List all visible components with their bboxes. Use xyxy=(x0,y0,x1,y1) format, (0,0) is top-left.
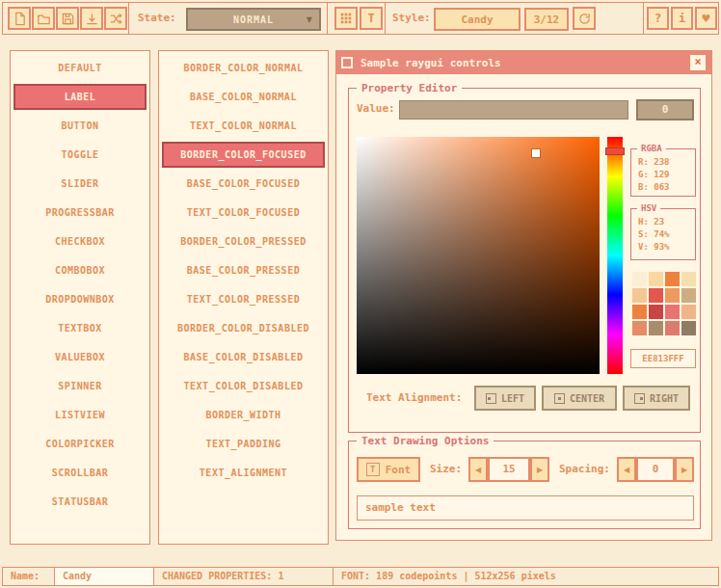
palette-swatch[interactable] xyxy=(665,288,680,303)
style-table-button[interactable] xyxy=(334,7,358,30)
control-item[interactable]: LISTVIEW xyxy=(13,402,147,428)
new-file-button[interactable] xyxy=(8,7,31,30)
property-item[interactable]: TEXT_PADDING xyxy=(162,431,325,457)
style-name-box[interactable]: Candy xyxy=(434,8,521,31)
property-item[interactable]: BASE_COLOR_DISABLED xyxy=(162,344,325,370)
control-item[interactable]: TOGGLE xyxy=(13,142,147,168)
style-counter-button[interactable]: 3/12 xyxy=(524,8,569,31)
palette-swatch[interactable] xyxy=(649,321,663,335)
reload-icon xyxy=(577,12,592,26)
hue-slider-handle[interactable] xyxy=(605,147,625,155)
align-left-button[interactable]: LEFT xyxy=(474,386,536,411)
spacing-increase-button[interactable]: ▶ xyxy=(675,457,694,482)
property-item[interactable]: TEXT_ALIGNMENT xyxy=(162,460,325,486)
control-item[interactable]: SPINNER xyxy=(13,373,147,399)
property-item[interactable]: BORDER_COLOR_PRESSED xyxy=(162,228,325,254)
sample-controls-window: Sample raygui controls × Property Editor… xyxy=(335,50,712,541)
control-item[interactable]: SLIDER xyxy=(13,171,147,197)
help-button[interactable]: ? xyxy=(647,7,669,30)
palette-swatch[interactable] xyxy=(632,321,647,335)
close-button[interactable]: × xyxy=(689,54,707,71)
palette-swatch[interactable] xyxy=(665,321,680,335)
load-file-button[interactable] xyxy=(32,7,55,30)
color-picker-panel[interactable] xyxy=(357,137,600,374)
property-item-selected[interactable]: BORDER_COLOR_FOCUSED xyxy=(162,142,325,168)
property-item[interactable]: BORDER_WIDTH xyxy=(162,402,325,428)
font-t-icon: T xyxy=(366,463,380,476)
value-slider[interactable] xyxy=(399,100,628,120)
control-item-selected[interactable]: LABEL xyxy=(13,84,147,110)
state-label: State: xyxy=(138,3,176,34)
control-item[interactable]: SCROLLBAR xyxy=(13,460,147,486)
control-item[interactable]: STATUSBAR xyxy=(13,489,147,515)
color-picker-cursor[interactable] xyxy=(532,149,540,157)
palette-swatch[interactable] xyxy=(632,288,647,303)
align-center-button[interactable]: CENTER xyxy=(542,386,617,411)
spacing-decrease-button[interactable]: ◀ xyxy=(617,457,636,482)
palette-swatch[interactable] xyxy=(649,305,663,319)
font-button[interactable]: T Font xyxy=(357,457,420,482)
question-icon: ? xyxy=(654,12,661,25)
palette-swatch[interactable] xyxy=(665,305,680,319)
palette-swatch[interactable] xyxy=(665,272,680,286)
window-icon xyxy=(341,57,353,68)
info-button[interactable]: i xyxy=(671,7,693,30)
align-right-button[interactable]: RIGHT xyxy=(623,386,690,411)
toolbar-divider xyxy=(643,3,644,34)
align-right-icon xyxy=(634,393,645,404)
control-item[interactable]: DEFAULT xyxy=(13,55,147,81)
palette-swatch[interactable] xyxy=(632,272,647,286)
control-item[interactable]: BUTTON xyxy=(13,113,147,139)
save-file-button[interactable] xyxy=(56,7,79,30)
hsv-hue-value: H: 23 xyxy=(638,216,695,228)
window-titlebar[interactable]: Sample raygui controls × xyxy=(336,51,711,74)
heart-icon: ♥ xyxy=(702,13,711,25)
property-item[interactable]: BASE_COLOR_PRESSED xyxy=(162,257,325,283)
spacing-value-box[interactable]: 0 xyxy=(636,457,675,482)
palette-swatch[interactable] xyxy=(681,321,696,335)
control-item[interactable]: COMBOBOX xyxy=(13,257,147,283)
control-item[interactable]: PROGRESSBAR xyxy=(13,200,147,226)
right-arrow-icon: ▶ xyxy=(681,466,687,474)
font-window-button[interactable]: T xyxy=(360,7,383,30)
statusbar-name-label: Name: xyxy=(2,567,55,586)
control-item[interactable]: COLORPICKER xyxy=(13,431,147,457)
property-item[interactable]: TEXT_COLOR_DISABLED xyxy=(162,373,325,399)
align-center-icon xyxy=(554,393,565,404)
control-item[interactable]: DROPDOWNBOX xyxy=(13,286,147,312)
property-item[interactable]: BASE_COLOR_NORMAL xyxy=(162,84,325,110)
palette-swatch[interactable] xyxy=(681,305,696,319)
palette-swatch[interactable] xyxy=(681,272,696,286)
state-dropdown[interactable]: NORMAL ▼ xyxy=(186,8,321,31)
info-icon: i xyxy=(679,12,685,25)
style-name-text: Candy xyxy=(63,571,92,581)
sponsor-button[interactable]: ♥ xyxy=(695,7,717,30)
property-item[interactable]: TEXT_COLOR_FOCUSED xyxy=(162,200,325,226)
reload-style-button[interactable] xyxy=(573,7,596,30)
hex-color-input[interactable]: EE813FFF xyxy=(630,349,696,368)
control-item[interactable]: TEXTBOX xyxy=(13,315,147,341)
property-item[interactable]: BORDER_COLOR_DISABLED xyxy=(162,315,325,341)
value-box[interactable]: 0 xyxy=(636,99,694,120)
size-increase-button[interactable]: ▶ xyxy=(530,457,549,482)
align-left-icon xyxy=(486,393,496,404)
hue-bar[interactable] xyxy=(607,137,623,374)
control-item[interactable]: VALUEBOX xyxy=(13,344,147,370)
palette-swatch[interactable] xyxy=(649,288,663,303)
random-style-button[interactable] xyxy=(104,7,127,30)
export-file-button[interactable] xyxy=(80,7,103,30)
control-item[interactable]: CHECKBOX xyxy=(13,228,147,254)
palette-swatch[interactable] xyxy=(649,272,663,286)
export-arrow-icon xyxy=(85,12,99,26)
property-item[interactable]: TEXT_COLOR_PRESSED xyxy=(162,286,325,312)
sample-text-input[interactable]: sample text xyxy=(357,495,694,521)
property-item[interactable]: BASE_COLOR_FOCUSED xyxy=(162,171,325,197)
palette-swatch[interactable] xyxy=(632,305,647,319)
palette-swatch[interactable] xyxy=(681,288,696,303)
size-decrease-button[interactable]: ◀ xyxy=(468,457,488,482)
text-t-icon: T xyxy=(367,12,374,25)
size-value-box[interactable]: 15 xyxy=(488,457,530,482)
style-name-input[interactable]: Candy xyxy=(54,567,154,586)
property-item[interactable]: BORDER_COLOR_NORMAL xyxy=(162,55,325,81)
property-item[interactable]: TEXT_COLOR_NORMAL xyxy=(162,113,325,139)
